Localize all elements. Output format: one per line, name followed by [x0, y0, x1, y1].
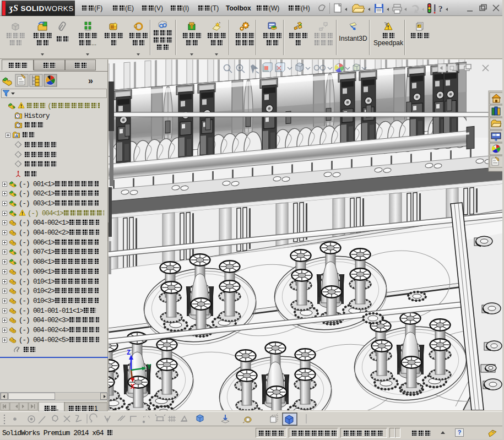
svg-text:A: A — [15, 133, 18, 138]
svg-text:Z: Z — [127, 349, 131, 357]
svg-text:»: » — [88, 76, 93, 85]
svg-text:Y: Y — [147, 363, 151, 371]
svg-text:?: ? — [438, 4, 443, 13]
svg-text:X: X — [131, 383, 135, 391]
